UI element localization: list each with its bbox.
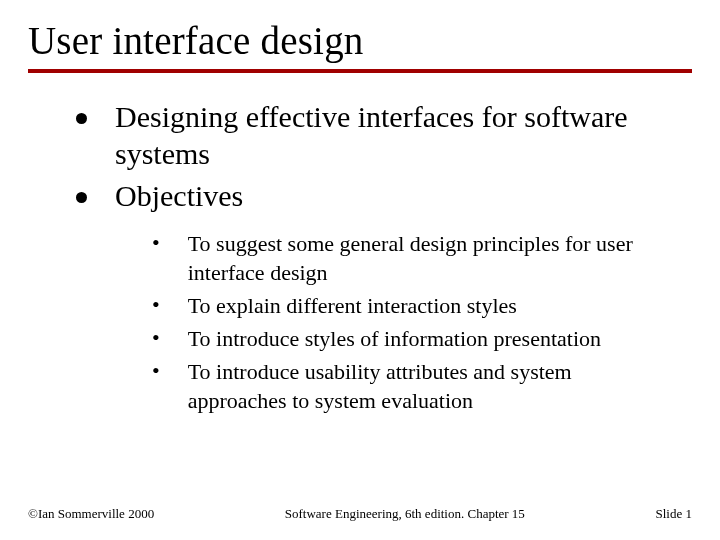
list-item: • To suggest some general design princip… bbox=[152, 229, 672, 287]
slide-body: Designing effective interfaces for softw… bbox=[28, 99, 692, 415]
bullet-icon bbox=[76, 113, 87, 124]
bullet-icon bbox=[76, 192, 87, 203]
list-item: Objectives bbox=[76, 178, 672, 215]
bullet-dot-icon: • bbox=[152, 291, 160, 320]
bullet-list-level1: Designing effective interfaces for softw… bbox=[76, 99, 672, 215]
bullet-list-level2-wrap: • To suggest some general design princip… bbox=[76, 229, 672, 415]
bullet-dot-icon: • bbox=[152, 324, 160, 353]
slide-footer: ©Ian Sommerville 2000 Software Engineeri… bbox=[0, 506, 720, 522]
list-item-text: To introduce styles of information prese… bbox=[188, 324, 601, 353]
list-item-text: Objectives bbox=[115, 178, 243, 215]
list-item-text: To explain different interaction styles bbox=[188, 291, 517, 320]
footer-slide-num: Slide 1 bbox=[656, 506, 692, 522]
list-item-text: To introduce usability attributes and sy… bbox=[188, 357, 672, 415]
bullet-dot-icon: • bbox=[152, 357, 160, 386]
slide-title: User interface design bbox=[28, 18, 692, 63]
bullet-list-level2: • To suggest some general design princip… bbox=[152, 229, 672, 415]
footer-copyright: ©Ian Sommerville 2000 bbox=[28, 506, 154, 522]
list-item: • To introduce usability attributes and … bbox=[152, 357, 672, 415]
slide: User interface design Designing effectiv… bbox=[0, 0, 720, 540]
list-item: • To explain different interaction style… bbox=[152, 291, 672, 320]
list-item-text: Designing effective interfaces for softw… bbox=[115, 99, 672, 172]
list-item-text: To suggest some general design principle… bbox=[188, 229, 672, 287]
list-item: Designing effective interfaces for softw… bbox=[76, 99, 672, 172]
bullet-dot-icon: • bbox=[152, 229, 160, 258]
footer-book: Software Engineering, 6th edition. Chapt… bbox=[154, 506, 655, 522]
list-item: • To introduce styles of information pre… bbox=[152, 324, 672, 353]
title-underline bbox=[28, 69, 692, 73]
